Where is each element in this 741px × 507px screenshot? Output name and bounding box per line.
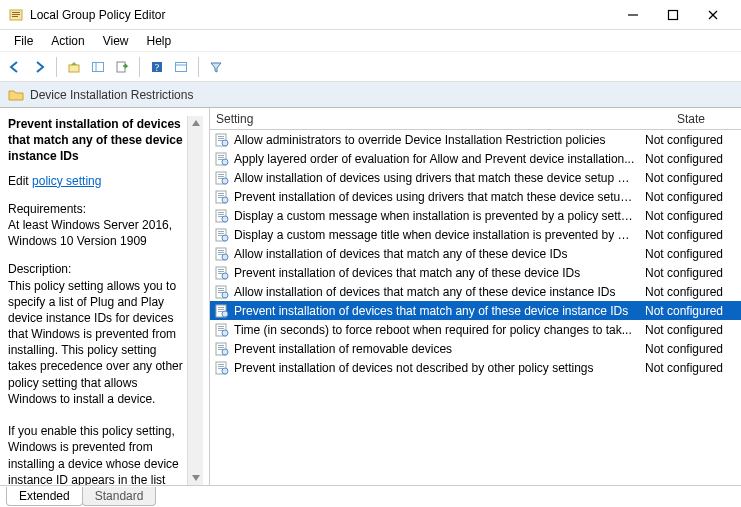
list-item-label: Allow installation of devices using driv…	[234, 171, 641, 185]
svg-point-60	[222, 292, 228, 298]
svg-point-30	[222, 178, 228, 184]
window-controls	[613, 1, 733, 29]
svg-rect-73	[218, 347, 224, 348]
svg-rect-52	[218, 269, 224, 270]
list-item[interactable]: Display a custom message title when devi…	[210, 225, 741, 244]
policy-icon	[214, 151, 230, 167]
list-item-state: Not configured	[641, 304, 741, 318]
list-item[interactable]: Prevent installation of devices that mat…	[210, 263, 741, 282]
tab-standard[interactable]: Standard	[82, 487, 157, 506]
policy-icon	[214, 284, 230, 300]
list-item-label: Allow installation of devices that match…	[234, 285, 641, 299]
svg-rect-14	[176, 62, 187, 71]
svg-rect-23	[218, 157, 224, 158]
svg-rect-58	[218, 290, 224, 291]
list-item-state: Not configured	[641, 190, 741, 204]
list-item-state: Not configured	[641, 247, 741, 261]
svg-rect-11	[117, 62, 125, 72]
list-item[interactable]: Prevent installation of devices not desc…	[210, 358, 741, 377]
maximize-button[interactable]	[653, 1, 693, 29]
export-list-button[interactable]	[111, 56, 133, 78]
requirements-body: At least Windows Server 2016, Windows 10…	[8, 217, 187, 249]
forward-button[interactable]	[28, 56, 50, 78]
svg-point-55	[222, 273, 228, 279]
svg-rect-8	[69, 65, 79, 72]
policy-icon	[214, 360, 230, 376]
list-item-label: Prevent installation of devices using dr…	[234, 190, 641, 204]
svg-rect-17	[218, 136, 224, 137]
list-item-state: Not configured	[641, 152, 741, 166]
svg-rect-72	[218, 345, 224, 346]
policy-icon	[214, 208, 230, 224]
list-item[interactable]: Prevent installation of removable device…	[210, 339, 741, 358]
help-button[interactable]: ?	[146, 56, 168, 78]
svg-rect-67	[218, 326, 224, 327]
svg-rect-9	[93, 62, 104, 71]
detail-title: Prevent installation of devices that mat…	[8, 116, 187, 165]
back-button[interactable]	[4, 56, 26, 78]
properties-button[interactable]	[170, 56, 192, 78]
list-item-label: Prevent installation of devices that mat…	[234, 266, 641, 280]
svg-text:?: ?	[155, 62, 160, 73]
list-item[interactable]: Allow installation of devices using driv…	[210, 168, 741, 187]
list-item[interactable]: Time (in seconds) to force reboot when r…	[210, 320, 741, 339]
list-item[interactable]: Display a custom message when installati…	[210, 206, 741, 225]
details-pane: Prevent installation of devices that mat…	[0, 108, 210, 485]
svg-rect-32	[218, 193, 224, 194]
toolbar: ?	[0, 52, 741, 82]
list-item-state: Not configured	[641, 228, 741, 242]
list-item[interactable]: Prevent installation of devices that mat…	[210, 301, 741, 320]
menu-view[interactable]: View	[95, 32, 137, 50]
tab-extended[interactable]: Extended	[6, 487, 83, 506]
list-item[interactable]: Allow installation of devices that match…	[210, 282, 741, 301]
menu-file[interactable]: File	[6, 32, 41, 50]
edit-policy-link[interactable]: policy setting	[32, 174, 101, 188]
svg-rect-28	[218, 176, 224, 177]
filter-button[interactable]	[205, 56, 227, 78]
list-item-state: Not configured	[641, 361, 741, 375]
column-setting[interactable]: Setting	[210, 112, 641, 126]
menu-action[interactable]: Action	[43, 32, 92, 50]
menu-bar: File Action View Help	[0, 30, 741, 52]
policy-icon	[214, 341, 230, 357]
location-text: Device Installation Restrictions	[30, 88, 193, 102]
window-title: Local Group Policy Editor	[30, 8, 613, 22]
svg-point-65	[222, 311, 228, 317]
up-button[interactable]	[63, 56, 85, 78]
list-item-label: Prevent installation of devices that mat…	[234, 304, 641, 318]
list-item-label: Apply layered order of evaluation for Al…	[234, 152, 641, 166]
minimize-button[interactable]	[613, 1, 653, 29]
svg-rect-78	[218, 366, 224, 367]
list-item-state: Not configured	[641, 209, 741, 223]
list-item-state: Not configured	[641, 323, 741, 337]
description-body: This policy setting allows you to specif…	[8, 278, 187, 486]
svg-rect-62	[218, 307, 224, 308]
list-item-label: Allow administrators to override Device …	[234, 133, 641, 147]
scroll-down-icon	[191, 473, 201, 483]
svg-rect-43	[218, 233, 224, 234]
menu-help[interactable]: Help	[139, 32, 180, 50]
svg-point-50	[222, 254, 228, 260]
list-item-state: Not configured	[641, 266, 741, 280]
settings-list-pane: Setting State Allow administrators to ov…	[210, 108, 741, 485]
close-button[interactable]	[693, 1, 733, 29]
svg-rect-18	[218, 138, 224, 139]
svg-rect-1	[12, 12, 20, 13]
svg-rect-37	[218, 212, 224, 213]
column-state[interactable]: State	[641, 112, 741, 126]
details-scrollbar[interactable]	[187, 116, 203, 485]
svg-rect-27	[218, 174, 224, 175]
policy-icon	[214, 227, 230, 243]
list-item[interactable]: Prevent installation of devices using dr…	[210, 187, 741, 206]
list-item[interactable]: Apply layered order of evaluation for Al…	[210, 149, 741, 168]
list-item-label: Prevent installation of removable device…	[234, 342, 641, 356]
list-item[interactable]: Allow installation of devices that match…	[210, 244, 741, 263]
svg-rect-77	[218, 364, 224, 365]
folder-icon	[8, 87, 24, 103]
edit-policy-line: Edit policy setting	[8, 173, 187, 189]
main-split: Prevent installation of devices that mat…	[0, 108, 741, 485]
list-item[interactable]: Allow administrators to override Device …	[210, 130, 741, 149]
show-hide-tree-button[interactable]	[87, 56, 109, 78]
svg-rect-2	[12, 14, 20, 15]
edit-prefix: Edit	[8, 174, 29, 188]
